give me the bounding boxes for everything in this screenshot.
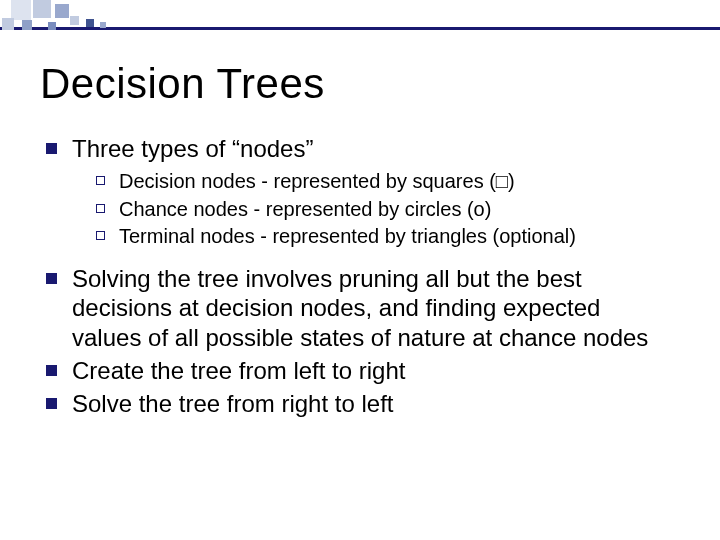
bullet-text: Create the tree from left to right [72, 356, 674, 385]
hollow-square-bullet-icon [96, 231, 105, 240]
hollow-square-bullet-icon [96, 176, 105, 185]
bullet-text: Three types of “nodes” [72, 134, 674, 163]
slide: Decision Trees Three types of “nodes” De… [0, 0, 720, 540]
square-bullet-icon [46, 143, 57, 154]
square-bullet-icon [46, 273, 57, 284]
deco-square [2, 18, 14, 30]
bullet-text: Terminal nodes - represented by triangle… [119, 224, 674, 250]
bullet-level2: Terminal nodes - represented by triangle… [96, 224, 674, 250]
deco-square [100, 22, 106, 28]
bullet-text: Solve the tree from right to left [72, 389, 674, 418]
deco-square [86, 19, 94, 27]
deco-square [11, 0, 31, 20]
bullet-level2: Decision nodes - represented by squares … [96, 169, 674, 195]
deco-square [48, 22, 56, 30]
header-decoration [0, 0, 720, 32]
bullet-text: Solving the tree involves pruning all bu… [72, 264, 674, 352]
slide-body: Three types of “nodes” Decision nodes - … [46, 134, 674, 422]
bullet-text: Chance nodes - represented by circles (ο… [119, 197, 674, 223]
sub-bullet-group: Decision nodes - represented by squares … [96, 169, 674, 250]
deco-square [55, 4, 69, 18]
header-rule [0, 27, 720, 30]
bullet-level1: Create the tree from left to right [46, 356, 674, 385]
deco-square [22, 20, 32, 30]
deco-square [70, 16, 79, 25]
deco-square [33, 0, 51, 18]
slide-title: Decision Trees [40, 60, 325, 108]
hollow-square-bullet-icon [96, 204, 105, 213]
square-bullet-icon [46, 365, 57, 376]
bullet-level2: Chance nodes - represented by circles (ο… [96, 197, 674, 223]
bullet-text: Decision nodes - represented by squares … [119, 169, 674, 195]
square-bullet-icon [46, 398, 57, 409]
bullet-level1: Solve the tree from right to left [46, 389, 674, 418]
bullet-level1: Solving the tree involves pruning all bu… [46, 264, 674, 352]
bullet-level1: Three types of “nodes” [46, 134, 674, 163]
